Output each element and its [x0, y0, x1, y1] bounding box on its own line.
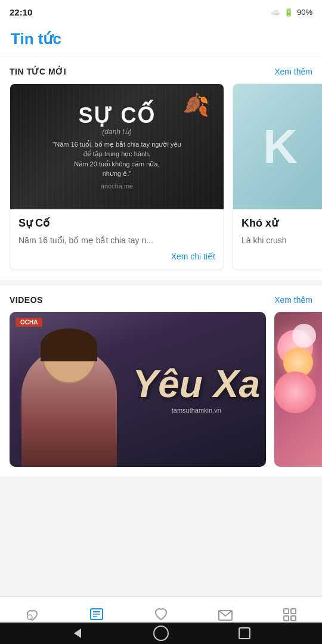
su-co-quote: "Năm 16 tuổi, bố mẹ bắt chia tay người y…: [52, 140, 181, 179]
xem-chi-tiet-su-co[interactable]: Xem chi tiết: [18, 252, 215, 261]
status-time: 22:10: [10, 7, 32, 17]
android-nav-bar: [0, 623, 322, 644]
videos-section-title: VIDEOS: [10, 295, 43, 305]
news-section: TIN TỨC MỚI Xem thêm 🍂 SỰ CỐ (danh từ) "…: [0, 57, 322, 280]
svg-rect-7: [284, 609, 289, 614]
videos-scroll: OCHA Yêu Xa tamsuthamkin.vn: [0, 312, 322, 476]
cloud-icon: ☁️: [271, 8, 280, 17]
main-content: TIN TỨC MỚI Xem thêm 🍂 SỰ CỐ (danh từ) "…: [0, 57, 322, 530]
svg-rect-10: [291, 616, 296, 621]
kho-xu-letter: K: [263, 123, 298, 171]
video-bg-flowers: [274, 312, 322, 467]
news-card-excerpt-su-co: Năm 16 tuổi, bố mẹ bắt chia tay n...: [18, 234, 215, 247]
news-card-title-su-co: Sự Cố: [18, 216, 215, 230]
video-text-overlay: Yêu Xa tamsuthamkin.vn: [133, 365, 260, 414]
news-image-su-co: 🍂 SỰ CỐ (danh từ) "Năm 16 tuổi, bố mẹ bắ…: [10, 84, 224, 209]
su-co-sub-text: (danh từ): [52, 128, 181, 136]
tam-su-icon: ...: [24, 607, 41, 624]
videos-section: VIDEOS Xem thêm OCHA: [0, 286, 322, 476]
su-co-text-block: SỰ CỐ (danh từ) "Năm 16 tuổi, bố mẹ bắt …: [47, 98, 187, 196]
news-card-title-kho-xu: Khó xử: [242, 216, 319, 230]
news-card-excerpt-kho-xu: Là khi crush: [242, 234, 319, 247]
news-card-kho-xu[interactable]: K Khó xử Là khi crush: [233, 83, 322, 270]
news-xem-them[interactable]: Xem thêm: [274, 67, 312, 76]
recents-button[interactable]: [236, 625, 253, 642]
news-section-header: TIN TỨC MỚI Xem thêm: [0, 67, 322, 83]
back-button[interactable]: [69, 625, 86, 642]
home-circle: [153, 626, 169, 641]
battery-icon: 🔋: [284, 8, 293, 17]
news-card-body-su-co: Sự Cố Năm 16 tuổi, bố mẹ bắt chia tay n.…: [10, 209, 224, 270]
recents-square: [239, 627, 250, 639]
news-section-title: TIN TỨC MỚI: [10, 67, 66, 76]
su-co-main-text: SỰ CỐ: [52, 104, 181, 128]
svg-rect-8: [291, 609, 296, 614]
news-scroll: 🍂 SỰ CỐ (danh từ) "Năm 16 tuổi, bố mẹ bắ…: [0, 83, 322, 280]
video-card-flowers[interactable]: [274, 312, 322, 467]
battery-percent: 90%: [297, 8, 312, 17]
su-co-brand: anocha.me: [52, 182, 181, 190]
person-silhouette: [10, 324, 129, 467]
news-image-kho-xu: K: [233, 84, 322, 209]
svg-rect-9: [284, 616, 289, 621]
videos-xem-them[interactable]: Xem thêm: [274, 295, 312, 305]
status-bar: 22:10 ☁️ 🔋 90%: [0, 0, 322, 24]
svg-text:...: ...: [29, 616, 31, 620]
back-triangle: [74, 628, 81, 638]
home-button[interactable]: [153, 625, 169, 642]
status-icons: ☁️ 🔋 90%: [271, 8, 312, 17]
videos-section-header: VIDEOS Xem thêm: [0, 295, 322, 312]
video-bg-yeu-xa: OCHA Yêu Xa tamsuthamkin.vn: [10, 312, 266, 467]
video-badge: OCHA: [16, 318, 42, 327]
news-card-body-kho-xu: Khó xử Là khi crush: [233, 209, 322, 260]
yeu-xa-brand: tamsuthamkin.vn: [133, 407, 260, 414]
yeu-xa-main-text: Yêu Xa: [133, 365, 260, 403]
page-header: Tin tức: [0, 24, 322, 57]
page-title: Tin tức: [11, 30, 311, 48]
video-card-yeu-xa[interactable]: OCHA Yêu Xa tamsuthamkin.vn: [10, 312, 266, 467]
news-card-su-co[interactable]: 🍂 SỰ CỐ (danh từ) "Năm 16 tuổi, bố mẹ bắ…: [10, 83, 224, 270]
